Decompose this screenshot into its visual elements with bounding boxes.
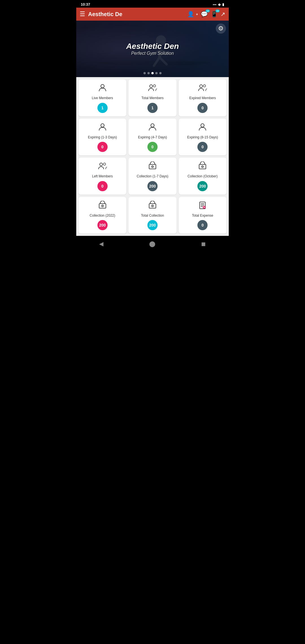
expiring-4-7-value: 0 — [147, 142, 158, 152]
expiring-1-3-icon — [98, 123, 107, 133]
svg-point-10 — [153, 85, 156, 87]
hero-subtitle: Perfect Gym Solution — [126, 51, 179, 56]
total-expense-icon — [198, 201, 207, 211]
total-expense-value: 0 — [197, 220, 208, 230]
hero-banner: ⚙ Aesthetic Den Perfect Gym Solution — [76, 21, 229, 77]
expiring-1-3-value: 0 — [97, 142, 108, 152]
total-collection-label: Total Collection — [141, 214, 164, 218]
total-members-value: 1 — [147, 103, 158, 113]
card-total-members[interactable]: Total Members1 — [128, 79, 176, 116]
svg-point-17 — [103, 163, 106, 165]
expiring-8-15-value: 0 — [197, 142, 208, 152]
status-time: 10:37 — [81, 2, 90, 6]
svg-point-19 — [152, 166, 153, 167]
bottom-navigation: ◀ ⬤ ◼ — [76, 236, 229, 252]
svg-point-15 — [201, 124, 204, 127]
expiring-4-7-icon — [148, 123, 157, 133]
dot-5 — [159, 72, 162, 74]
svg-point-25 — [152, 205, 153, 207]
expiring-1-3-label: Expiring (1-3 Days) — [88, 135, 117, 140]
svg-point-21 — [202, 166, 203, 167]
svg-point-1 — [96, 61, 209, 65]
live-members-value: 1 — [97, 103, 108, 113]
app-bar-actions: 👤 + 💬 1k 📱 1k ↗ — [187, 11, 225, 18]
whatsapp-button[interactable]: 📱 1k — [211, 11, 218, 18]
svg-point-13 — [101, 124, 104, 127]
dot-3 — [151, 72, 154, 74]
expiring-4-7-label: Expiring (4-7 Days) — [138, 135, 167, 140]
svg-point-12 — [203, 85, 206, 87]
dot-2 — [147, 72, 150, 74]
expiring-8-15-label: Expiring (8-15 Days) — [187, 135, 218, 140]
collection-1-7-icon — [148, 162, 157, 172]
recents-button[interactable]: ◼ — [195, 239, 212, 249]
dot-4 — [155, 72, 158, 74]
back-button[interactable]: ◀ — [93, 239, 109, 249]
left-members-icon — [98, 162, 107, 172]
card-collection-2022[interactable]: Collection (2022)200 — [79, 197, 126, 234]
card-collection-1-7[interactable]: Collection (1-7 Days)200 — [128, 158, 176, 195]
expired-members-label: Expired Members — [189, 96, 216, 101]
stats-grid: Live Members1 Total Members1 Expired Mem… — [76, 77, 229, 236]
expiring-8-15-icon — [198, 123, 207, 133]
home-button[interactable]: ⬤ — [143, 239, 161, 249]
chat-button[interactable]: 💬 1k — [201, 11, 208, 18]
expired-members-value: 0 — [197, 103, 208, 113]
expired-members-icon — [198, 83, 207, 94]
logout-button[interactable]: ↗ — [221, 11, 225, 18]
svg-point-8 — [101, 84, 104, 88]
svg-rect-18 — [149, 164, 156, 169]
menu-button[interactable]: ☰ — [80, 10, 85, 18]
card-total-collection[interactable]: Total Collection200 — [128, 197, 176, 234]
total-members-icon — [148, 83, 157, 94]
card-expiring-4-7[interactable]: Expiring (4-7 Days)0 — [128, 119, 176, 156]
collection-2022-value: 200 — [97, 220, 108, 230]
collection-2022-icon — [98, 201, 107, 211]
battery-icon: ▮ — [222, 3, 224, 6]
app-bar: ☰ Aesthetic De 👤 + 💬 1k 📱 1k ↗ — [76, 8, 229, 21]
total-collection-value: 200 — [147, 220, 158, 230]
left-members-label: Left Members — [92, 174, 113, 179]
svg-point-14 — [151, 124, 154, 127]
svg-rect-24 — [149, 204, 156, 208]
card-expired-members[interactable]: Expired Members0 — [179, 79, 226, 116]
whatsapp-badge: 1k — [215, 9, 220, 12]
total-collection-icon — [148, 201, 157, 211]
dot-1 — [143, 72, 146, 74]
collection-1-7-label: Collection (1-7 Days) — [137, 174, 168, 179]
signal-icon: ▪▪▪ — [213, 3, 216, 6]
svg-point-9 — [150, 85, 152, 88]
wifi-icon: ◈ — [218, 3, 221, 6]
card-left-members[interactable]: Left Members0 — [79, 158, 126, 195]
total-expense-label: Total Expense — [192, 214, 213, 218]
status-bar: 10:37 ▪▪▪ ◈ ▮ — [76, 0, 229, 8]
svg-point-11 — [200, 85, 202, 88]
collection-2022-label: Collection (2022) — [90, 214, 115, 218]
collection-october-value: 200 — [197, 181, 208, 191]
add-person-button[interactable]: 👤 + — [187, 11, 198, 18]
svg-rect-22 — [99, 204, 106, 208]
app-title: Aesthetic De — [88, 11, 184, 18]
collection-october-label: Collection (October) — [188, 174, 218, 179]
total-members-label: Total Members — [141, 96, 164, 101]
collection-1-7-value: 200 — [147, 181, 158, 191]
hero-content: Aesthetic Den Perfect Gym Solution — [126, 42, 179, 56]
live-members-label: Live Members — [92, 96, 113, 101]
chat-badge: 1k — [206, 9, 210, 12]
hero-title: Aesthetic Den — [126, 42, 179, 51]
settings-button[interactable]: ⚙ — [216, 23, 226, 34]
left-members-value: 0 — [97, 181, 108, 191]
status-icons: ▪▪▪ ◈ ▮ — [213, 3, 224, 6]
live-members-icon — [98, 83, 107, 94]
card-live-members[interactable]: Live Members1 — [79, 79, 126, 116]
hero-dots — [143, 72, 162, 74]
card-expiring-8-15[interactable]: Expiring (8-15 Days)0 — [179, 119, 226, 156]
card-total-expense[interactable]: Total Expense0 — [179, 197, 226, 234]
card-expiring-1-3[interactable]: Expiring (1-3 Days)0 — [79, 119, 126, 156]
svg-rect-20 — [199, 164, 206, 169]
svg-point-23 — [102, 205, 103, 207]
collection-october-icon — [198, 162, 207, 172]
svg-point-16 — [100, 163, 103, 166]
card-collection-october[interactable]: Collection (October)200 — [179, 158, 226, 195]
